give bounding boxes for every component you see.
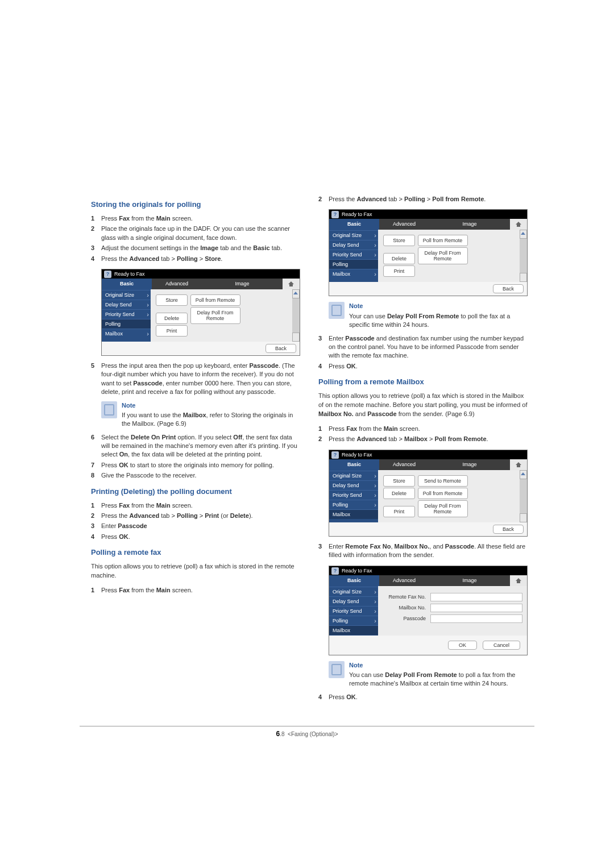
- storing-steps-1: 1Press Fax from the Main screen. 2Place …: [91, 214, 300, 263]
- home-icon[interactable]: [510, 459, 527, 470]
- back-button[interactable]: Back: [493, 525, 524, 534]
- step-num: 3: [91, 244, 101, 252]
- side-menu: Original SizeDelay SendPriority SendPoll…: [329, 586, 378, 636]
- home-icon[interactable]: [510, 575, 527, 586]
- side-delay-send[interactable]: Delay Send: [329, 480, 378, 490]
- side-original-size[interactable]: Original Size: [329, 587, 378, 596]
- store-button[interactable]: Store: [156, 294, 188, 306]
- step-text: Press Fax from the Main screen.: [101, 586, 300, 595]
- tab-basic[interactable]: Basic: [329, 575, 379, 586]
- step-num: 5: [91, 362, 101, 397]
- back-button[interactable]: Back: [493, 284, 524, 293]
- side-delay-send[interactable]: Delay Send: [329, 596, 378, 606]
- side-original-size[interactable]: Original Size: [329, 471, 378, 480]
- side-priority-send[interactable]: Priority Send: [329, 606, 378, 616]
- back-button[interactable]: Back: [265, 344, 296, 353]
- tab-advanced[interactable]: Advanced: [152, 279, 202, 289]
- tab-image[interactable]: Image: [429, 459, 510, 470]
- home-icon[interactable]: [510, 219, 527, 230]
- tab-advanced[interactable]: Advanced: [379, 575, 429, 586]
- main-pane: Store Poll from Remote Delete Delay Poll…: [378, 230, 527, 282]
- step-text: Press OK.: [329, 693, 528, 701]
- step-text: Press the input area then the pop up key…: [101, 362, 300, 397]
- remote-fax-input[interactable]: [430, 593, 522, 601]
- side-priority-send[interactable]: Priority Send: [102, 309, 151, 319]
- step-num: 1: [318, 425, 329, 433]
- step-text: Press OK to start to store the originals…: [101, 461, 300, 470]
- delay-poll-button[interactable]: Delay Poll From Remote: [418, 247, 468, 264]
- passcode-input[interactable]: [430, 614, 522, 623]
- tab-image[interactable]: Image: [429, 575, 510, 586]
- side-priority-send[interactable]: Priority Send: [329, 490, 378, 500]
- step-text: Press the Advanced tab > Polling > Print…: [101, 512, 300, 520]
- tab-basic[interactable]: Basic: [329, 459, 379, 470]
- step-num: 3: [318, 334, 329, 360]
- side-priority-send[interactable]: Priority Send: [329, 250, 378, 259]
- step-text: Press the Advanced tab > Polling > Poll …: [329, 195, 528, 203]
- print-button[interactable]: Print: [156, 325, 188, 337]
- tab-basic[interactable]: Basic: [329, 219, 379, 230]
- delete-button[interactable]: Delete: [383, 488, 415, 499]
- side-delay-send[interactable]: Delay Send: [102, 300, 151, 309]
- tab-image[interactable]: Image: [202, 279, 283, 289]
- note-block: NoteYour can use Delay Poll From Remote …: [329, 302, 528, 329]
- scrollbar[interactable]: [292, 289, 300, 342]
- side-menu: Original Size Delay Send Priority Send P…: [102, 289, 151, 342]
- ok-button[interactable]: OK: [448, 641, 477, 650]
- step-num: 2: [91, 225, 101, 242]
- step-num: 1: [91, 501, 101, 510]
- step-num: 6: [91, 433, 101, 459]
- side-polling[interactable]: Polling: [329, 500, 378, 509]
- step-num: 3: [318, 542, 329, 560]
- print-button[interactable]: Print: [383, 265, 415, 277]
- poll-remote-steps-2: 2Press the Advanced tab > Polling > Poll…: [318, 195, 528, 203]
- poll-from-remote-button[interactable]: Poll from Remote: [418, 235, 468, 246]
- tab-advanced[interactable]: Advanced: [379, 459, 429, 470]
- delete-button[interactable]: Delete: [156, 313, 188, 324]
- delete-button[interactable]: Delete: [383, 253, 415, 264]
- side-mailbox[interactable]: Mailbox: [329, 625, 378, 635]
- step-num: 2: [318, 435, 329, 443]
- tab-basic[interactable]: Basic: [102, 279, 152, 289]
- tab-advanced[interactable]: Advanced: [379, 219, 429, 230]
- step-num: 4: [91, 533, 101, 541]
- scrollbar[interactable]: [520, 230, 527, 282]
- mailbox-no-input[interactable]: [430, 604, 522, 612]
- step-text: Press the Advanced tab > Polling > Store…: [101, 255, 300, 263]
- side-mailbox[interactable]: Mailbox: [102, 329, 151, 338]
- side-polling[interactable]: Polling: [102, 319, 151, 329]
- cancel-button[interactable]: Cancel: [483, 641, 520, 650]
- tab-row: BasicAdvancedImage: [329, 575, 527, 586]
- home-icon[interactable]: [283, 279, 300, 289]
- mailbox-steps-2: 3Enter Remote Fax No, Mailbox No., and P…: [318, 542, 528, 560]
- poll-from-remote-button[interactable]: Poll from Remote: [190, 294, 240, 306]
- tab-image[interactable]: Image: [429, 219, 510, 230]
- left-column: Storing the originals for polling 1Press…: [91, 193, 300, 703]
- side-mailbox[interactable]: Mailbox: [329, 509, 378, 519]
- delay-poll-button[interactable]: Delay Poll From Remote: [190, 307, 240, 324]
- poll-remote-steps: 1Press Fax from the Main screen.: [91, 586, 300, 595]
- side-mailbox[interactable]: Mailbox: [329, 269, 378, 279]
- side-original-size[interactable]: Original Size: [102, 290, 151, 300]
- step-num: 7: [91, 461, 101, 470]
- poll-from-remote-button[interactable]: Poll from Remote: [418, 488, 468, 499]
- side-delay-send[interactable]: Delay Send: [329, 240, 378, 250]
- step-text: Select the Delete On Print option. If yo…: [101, 433, 300, 459]
- send-to-remote-button[interactable]: Send to Remote: [418, 475, 468, 487]
- note-block: Note If you want to use the Mailbox, ref…: [101, 401, 300, 429]
- side-original-size[interactable]: Original Size: [329, 230, 378, 240]
- store-button[interactable]: Store: [383, 475, 415, 487]
- step-num: 3: [91, 522, 101, 530]
- delay-poll-button[interactable]: Delay Poll From Remote: [418, 500, 468, 517]
- step-text: Enter Passcode: [101, 522, 300, 530]
- poll-remote-intro: This option allows you to retrieve (poll…: [91, 562, 300, 580]
- step-text: Press Fax from the Main screen.: [101, 501, 300, 510]
- side-polling[interactable]: Polling: [329, 259, 378, 269]
- scrollbar[interactable]: [520, 470, 527, 522]
- right-column: 2Press the Advanced tab > Polling > Poll…: [318, 193, 528, 703]
- print-button[interactable]: Print: [383, 506, 415, 517]
- main-pane: Store Poll from Remote Delete Delay Poll…: [151, 289, 300, 342]
- store-button[interactable]: Store: [383, 235, 415, 246]
- side-polling[interactable]: Polling: [329, 616, 378, 625]
- note-text: If you want to use the Mailbox, refer to…: [122, 411, 300, 429]
